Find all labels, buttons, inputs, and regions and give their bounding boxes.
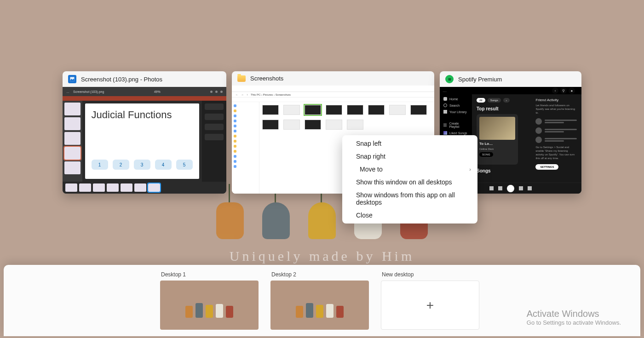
chevron-right-icon: › (469, 166, 471, 172)
spotify-app-icon (445, 75, 454, 83)
sidebar-item-label: Liked Songs (449, 132, 467, 135)
slide-pill: 3 (134, 160, 150, 170)
menu-item-label: Move to (360, 166, 383, 173)
repeat-icon (528, 186, 532, 190)
prev-icon (498, 186, 502, 190)
plus-icon: + (426, 298, 434, 313)
live-caption-dots: … (66, 90, 69, 93)
friend-activity-header: Friend Activity (535, 98, 577, 102)
track-artist: Céline Dion (479, 148, 515, 150)
menu-snap-right[interactable]: Snap right (342, 150, 477, 163)
new-desktop-tile[interactable]: New desktop + (381, 271, 479, 330)
watermark-title: Activate Windows (527, 309, 621, 319)
sidebar-item-label: Search (449, 104, 460, 107)
window-titlebar: Screenshot (103).png - Photos (63, 71, 226, 87)
desktop-label: Desktop 1 (160, 271, 259, 278)
sidebar-item-label: Your Library (449, 110, 467, 114)
menu-snap-left[interactable]: Snap left (342, 137, 477, 150)
desktop-label: New desktop (381, 271, 479, 278)
track-kind: SONG (479, 152, 493, 157)
window-titlebar: Screenshots (232, 71, 434, 86)
settings-button: SETTINGS (535, 164, 558, 170)
desktop-tile[interactable]: Desktop 2 (270, 271, 369, 330)
slide-pill: 4 (155, 160, 172, 170)
window-title-text: Screenshots (250, 75, 283, 82)
new-desktop-thumbnail[interactable]: + (381, 281, 479, 330)
context-menu: Snap left Snap right Move to › Show this… (342, 135, 477, 223)
friend-activity-text: Let friends and followers on Spotify see… (535, 104, 577, 115)
window-title-text: Screenshot (103).png - Photos (81, 76, 162, 83)
filter-chip: All (477, 98, 485, 103)
menu-item-label: Snap left (356, 140, 381, 147)
filter-chip-more: › (503, 98, 510, 103)
desktop-label: Desktop 2 (270, 271, 369, 278)
slide-pill: 2 (113, 160, 129, 170)
slide-title: Judicial Functions (92, 109, 193, 121)
activate-windows-watermark: Activate Windows Go to Settings to activ… (527, 309, 621, 326)
menu-show-window-all-desktops[interactable]: Show this window on all desktops (342, 176, 477, 189)
photos-app-icon (68, 75, 76, 83)
menu-close[interactable]: Close (342, 209, 477, 222)
search-icon: ⚲ (560, 87, 567, 94)
desktop-thumbnail[interactable] (160, 281, 259, 330)
task-view-area: Screenshot (103).png - Photos … Screensh… (0, 71, 644, 194)
menu-item-label: Close (356, 212, 373, 219)
window-preview: … Screenshot (103).png 49% Judicial Func… (63, 87, 226, 194)
slide-pill: 5 (176, 160, 193, 170)
desktop-thumbnail[interactable] (270, 281, 369, 330)
wallpaper-caption: Uniquely made by Him (0, 248, 644, 264)
profile-icon: ● (569, 87, 575, 94)
folder-icon (237, 75, 246, 82)
preview-zoom: 49% (154, 90, 161, 93)
play-icon (507, 185, 514, 192)
menu-item-label: Show windows from this app on all deskto… (356, 191, 464, 206)
filter-chip: Songs (488, 98, 501, 103)
window-photos[interactable]: Screenshot (103).png - Photos … Screensh… (63, 71, 226, 194)
section-header: Top result (477, 106, 530, 111)
menu-item-label: Snap right (356, 153, 385, 160)
friend-activity-hint: Go to Settings > Social and enable 'Shar… (535, 146, 577, 160)
desktop-tile[interactable]: Desktop 1 (160, 271, 259, 330)
watermark-text: Go to Settings to activate Windows. (527, 319, 621, 326)
shuffle-icon (489, 186, 494, 190)
section-header: Songs (477, 168, 530, 173)
sidebar-item-label: Home (449, 97, 458, 101)
menu-move-to[interactable]: Move to › (342, 163, 477, 176)
menu-item-label: Show this window on all desktops (356, 178, 452, 186)
next-icon (519, 186, 523, 190)
menu-show-app-all-desktops[interactable]: Show windows from this app on all deskto… (342, 189, 477, 209)
sidebar-item-label: Create Playlist (449, 122, 468, 128)
window-titlebar: Spotify Premium (440, 71, 581, 87)
nav-back-icon: ‹ (552, 87, 558, 94)
window-title-text: Spotify Premium (458, 76, 502, 83)
track-name: To Lo… (479, 142, 515, 146)
slide-pill: 1 (92, 160, 108, 170)
preview-filename: Screenshot (103).png (73, 90, 104, 93)
